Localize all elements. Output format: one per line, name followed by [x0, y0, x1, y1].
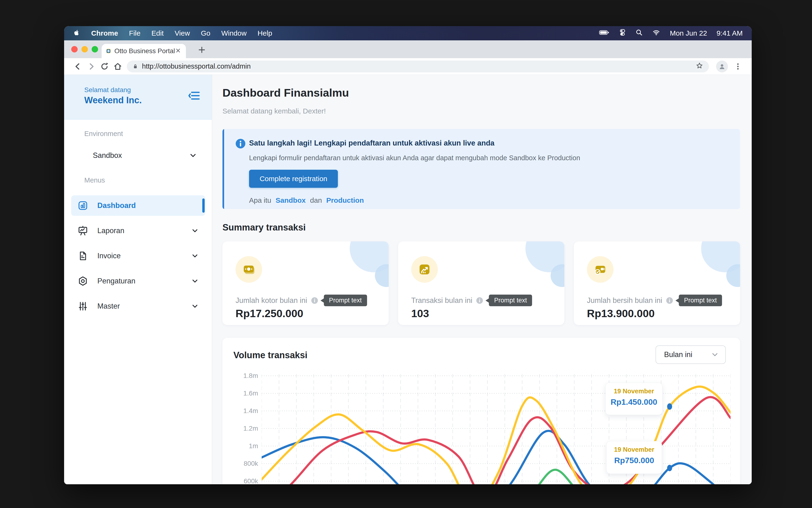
chart-tooltip: 19 November Rp750.000	[606, 441, 662, 474]
wifi-icon[interactable]	[652, 29, 660, 38]
card-label: Jumlah bersih bulan ini	[587, 296, 662, 305]
apple-menu[interactable]	[73, 29, 80, 38]
spotlight-search-icon[interactable]	[636, 29, 643, 38]
status-time[interactable]: 9:41 AM	[717, 29, 743, 37]
back-button[interactable]	[71, 60, 85, 73]
y-tick-label: 1m	[229, 441, 258, 451]
zoom-window-button[interactable]	[92, 46, 98, 52]
y-tick-label: 1.6m	[229, 389, 258, 398]
period-filter-value: Bulan ini	[664, 350, 711, 359]
complete-registration-button[interactable]: Complete registration	[249, 170, 338, 188]
banner-accent-stripe	[222, 129, 224, 209]
production-link[interactable]: Production	[326, 196, 364, 204]
chevron-down-icon	[191, 227, 199, 235]
sidebar-item-master[interactable]: Master	[71, 296, 205, 316]
environment-select[interactable]: Sandbox	[84, 148, 197, 163]
registration-banner: Satu langkah lagi! Lengkapi pendaftaran …	[222, 129, 740, 209]
footer-prefix: Apa itu	[249, 196, 271, 204]
tab-close-icon[interactable]	[175, 47, 181, 55]
tooltip-date: 19 November	[607, 446, 662, 453]
new-tab-button[interactable]	[198, 46, 206, 55]
menu-go[interactable]: Go	[201, 29, 210, 37]
menu-chrome[interactable]: Chrome	[91, 29, 118, 37]
period-filter-dropdown[interactable]: Bulan ini	[655, 345, 726, 364]
chevron-down-icon	[191, 277, 199, 285]
info-icon[interactable]	[476, 297, 483, 304]
tooltip-value: Rp1.450.000	[606, 397, 662, 407]
banner-footer: Apa itu Sandbox dan Production	[249, 196, 366, 204]
menu-edit[interactable]: Edit	[152, 29, 164, 37]
summary-card-transactions: Transaksi bulan ini Prompt text 103	[398, 242, 564, 325]
menu-window[interactable]: Window	[221, 29, 247, 37]
summary-cards: Jumlah kotor bulan ini Prompt text Rp17.…	[222, 242, 740, 325]
page-title: Dashboard Finansialmu	[222, 86, 349, 99]
chevron-down-icon	[191, 252, 199, 260]
trend-up-icon	[411, 256, 438, 283]
card-value: 103	[411, 307, 429, 320]
environment-value: Sandbox	[93, 151, 189, 160]
info-icon[interactable]	[311, 297, 318, 304]
banknote-icon	[236, 256, 262, 283]
sliders-icon	[77, 301, 88, 312]
sidebar-item-laporan[interactable]: Laporan	[71, 220, 205, 241]
url-bar[interactable]: http://ottobusinessportal.com/admin	[127, 60, 709, 72]
info-icon[interactable]	[666, 297, 673, 304]
chart-area[interactable]: 19 November Rp1.450.000 19 November Rp75…	[262, 373, 731, 484]
menu-help[interactable]: Help	[258, 29, 272, 37]
chevron-down-icon	[711, 350, 719, 359]
bookmark-star-icon[interactable]	[695, 62, 704, 71]
page-content: Selamat datang Weekend Inc. Environment …	[64, 75, 752, 484]
apple-icon	[73, 29, 80, 36]
chevron-down-icon	[191, 302, 199, 310]
y-tick-label: 1.2m	[229, 424, 258, 433]
browser-window: Chrome File Edit View Go Window Help	[64, 26, 752, 484]
sidebar-item-label: Invoice	[97, 252, 191, 260]
y-tick-label: 800k	[229, 459, 258, 468]
banner-title: Satu langkah lagi! Lengkapi pendaftaran …	[249, 139, 495, 147]
summary-card-net: Jumlah bersih bulan ini Prompt text Rp13…	[574, 242, 740, 325]
summary-heading: Summary transaksi	[222, 222, 306, 232]
sandbox-link[interactable]: Sandbox	[276, 196, 306, 204]
main-content: Dashboard Finansialmu Selamat datang kem…	[212, 75, 752, 484]
volume-chart-card: Volume transaksi Bulan ini 1.8m1.6m1.4m1…	[222, 338, 740, 484]
active-indicator	[202, 199, 205, 213]
tab-title: Otto Business Portal	[115, 47, 175, 55]
reload-button[interactable]	[98, 60, 111, 73]
y-tick-label: 1.8m	[229, 371, 258, 381]
control-center-icon[interactable]	[619, 29, 626, 38]
sidebar-item-label: Pengaturan	[97, 277, 191, 285]
forward-button[interactable]	[85, 60, 98, 73]
invoice-document-icon	[77, 250, 88, 261]
minimize-window-button[interactable]	[81, 46, 88, 52]
settings-icon	[77, 276, 88, 287]
sidebar-item-pengaturan[interactable]: Pengaturan	[71, 271, 205, 291]
info-icon	[235, 138, 246, 150]
status-date[interactable]: Mon Jun 22	[670, 29, 707, 37]
lock-icon	[132, 63, 139, 70]
y-tick-label: 1.4m	[229, 406, 258, 416]
menu-view[interactable]: View	[174, 29, 190, 37]
sidebar-item-dashboard[interactable]: Dashboard	[71, 195, 205, 216]
menu-file[interactable]: File	[129, 29, 140, 37]
company-name: Weekend Inc.	[84, 95, 142, 105]
browser-menu-icon[interactable]	[731, 60, 744, 73]
chart-title: Volume transaksi	[233, 350, 307, 361]
battery-icon[interactable]	[599, 29, 609, 37]
sidebar-header: Selamat datang Weekend Inc.	[64, 75, 212, 120]
prompt-tooltip: Prompt text	[679, 295, 722, 306]
y-tick-label: 600k	[229, 476, 258, 484]
site-favicon	[106, 47, 111, 55]
environment-label: Environment	[84, 130, 123, 138]
dashboard-icon	[77, 200, 88, 211]
report-presentation-icon	[77, 225, 88, 236]
close-window-button[interactable]	[71, 46, 78, 52]
banner-description: Lengkapi formulir pendaftaran untuk akti…	[249, 154, 580, 162]
browser-tab[interactable]: Otto Business Portal	[101, 44, 186, 58]
card-label: Transaksi bulan ini	[411, 296, 472, 305]
summary-card-gross: Jumlah kotor bulan ini Prompt text Rp17.…	[222, 242, 389, 325]
browser-profile-avatar[interactable]	[716, 60, 728, 72]
sidebar-collapse-icon[interactable]	[188, 89, 200, 103]
home-button[interactable]	[111, 60, 124, 73]
menus-label: Menus	[84, 176, 105, 184]
sidebar-item-invoice[interactable]: Invoice	[71, 246, 205, 266]
